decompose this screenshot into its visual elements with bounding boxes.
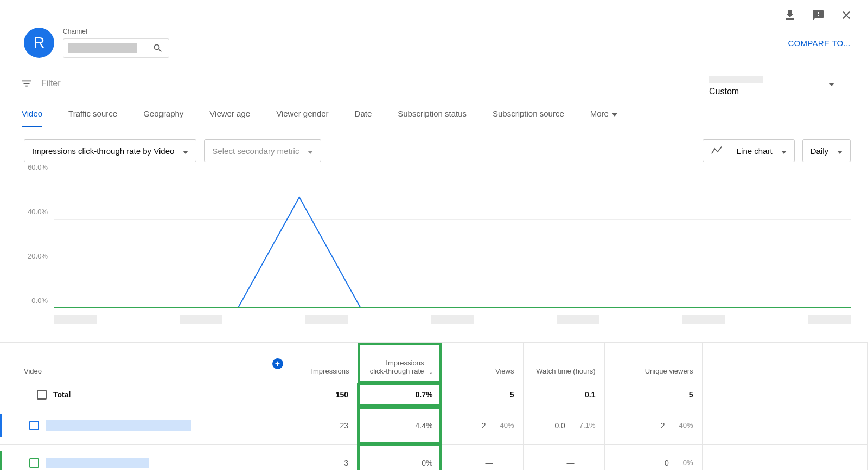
granularity-label: Daily [810, 146, 828, 156]
chevron-down-icon [183, 146, 188, 156]
x-tick-redacted [180, 315, 222, 324]
row-ctr: 4.4% [358, 407, 442, 444]
close-icon[interactable] [840, 9, 853, 23]
total-ctr: 0.7% [358, 383, 442, 407]
table-row-total[interactable]: Total 150 0.7% 5 0.1 5 [0, 383, 868, 407]
filter-input[interactable] [41, 79, 699, 88]
total-watch-time: 0.1 [523, 383, 604, 407]
channel-label: Channel [63, 28, 169, 35]
channel-name-redacted [68, 43, 137, 53]
search-icon[interactable] [152, 43, 163, 54]
chevron-down-icon [612, 109, 617, 118]
x-tick-redacted [808, 315, 851, 324]
col-video[interactable]: Video + [0, 343, 278, 383]
col-views[interactable]: Views [442, 343, 523, 383]
tab-viewer-age[interactable]: Viewer age [209, 100, 250, 127]
tab-subscription-status[interactable]: Subscription status [398, 100, 467, 127]
row-checkbox[interactable] [29, 421, 39, 430]
y-axis: 0.0% 20.0% 40.0% 60.0% [24, 175, 51, 308]
secondary-metric-label: Select secondary metric [212, 146, 299, 156]
total-views: 5 [442, 383, 523, 407]
secondary-metric-dropdown[interactable]: Select secondary metric [204, 139, 321, 162]
row-watch-time: 0.07.1% [523, 407, 604, 444]
metrics-table: Video + Impressions Impressions click-th… [0, 343, 868, 470]
channel-avatar[interactable]: R [24, 28, 54, 58]
download-icon[interactable] [783, 9, 796, 23]
dimension-tabs: Video Traffic source Geography Viewer ag… [0, 100, 868, 127]
total-label: Total [53, 390, 71, 399]
chevron-down-icon [829, 79, 843, 88]
row-unique: 240% [604, 407, 702, 444]
total-unique: 5 [604, 383, 702, 407]
y-tick: 20.0% [28, 252, 48, 260]
x-tick-redacted [431, 315, 474, 324]
feedback-icon[interactable] [812, 9, 825, 23]
tab-viewer-gender[interactable]: Viewer gender [276, 100, 328, 127]
tab-traffic-source[interactable]: Traffic source [68, 100, 117, 127]
row-unique: 00% [604, 444, 702, 470]
date-range-mode: Custom [709, 87, 851, 96]
plot-area [54, 175, 851, 308]
total-impressions: 150 [278, 383, 358, 407]
sort-desc-icon: ↓ [429, 367, 433, 375]
y-tick: 60.0% [28, 163, 48, 171]
row-ctr: 0% [358, 444, 442, 470]
x-tick-redacted [305, 315, 348, 324]
x-tick-redacted [557, 315, 599, 324]
chevron-down-icon [308, 146, 313, 156]
chart-type-dropdown[interactable]: Line chart [703, 139, 795, 162]
col-video-label: Video [24, 367, 42, 375]
video-title-redacted [46, 420, 191, 431]
tab-date[interactable]: Date [355, 100, 372, 127]
y-tick: 40.0% [28, 208, 48, 216]
video-title-redacted [46, 458, 149, 468]
row-checkbox[interactable] [29, 458, 39, 468]
chart-type-label: Line chart [737, 146, 773, 156]
checkbox-all[interactable] [37, 390, 47, 400]
filter-icon[interactable] [21, 78, 33, 89]
chevron-down-icon [781, 146, 787, 156]
primary-metric-label: Impressions click-through rate by Video [32, 146, 174, 156]
date-range-selector[interactable]: Custom [699, 67, 851, 100]
compare-to-button[interactable]: COMPARE TO... [788, 38, 851, 48]
table-row[interactable]: 3 0% —— —— 00% [0, 444, 868, 470]
x-tick-redacted [54, 315, 97, 324]
chevron-down-icon [837, 146, 843, 156]
row-views: 240% [442, 407, 523, 444]
line-chart[interactable]: 0.0% 20.0% 40.0% 60.0% [24, 175, 851, 327]
tab-more[interactable]: More [590, 100, 617, 127]
row-watch-time: —— [523, 444, 604, 470]
col-ctr-label: Impressions click-through rate [369, 359, 424, 375]
col-unique-viewers[interactable]: Unique viewers [604, 343, 702, 383]
row-views: —— [442, 444, 523, 470]
add-metric-button[interactable]: + [272, 358, 283, 369]
row-impressions: 3 [278, 444, 358, 470]
series-color-bar [0, 414, 2, 437]
channel-search[interactable] [63, 38, 169, 58]
line-chart-icon [711, 145, 723, 157]
granularity-dropdown[interactable]: Daily [802, 139, 851, 162]
tab-video[interactable]: Video [22, 100, 42, 127]
date-range-redacted [709, 76, 763, 83]
col-impressions[interactable]: Impressions [278, 343, 358, 383]
series-color-bar [0, 451, 2, 471]
table-row[interactable]: 23 4.4% 240% 0.07.1% 240% [0, 407, 868, 444]
y-tick: 0.0% [31, 297, 48, 305]
row-impressions: 23 [278, 407, 358, 444]
col-spacer [702, 343, 868, 383]
x-tick-redacted [682, 315, 725, 324]
x-axis [54, 315, 851, 327]
tab-subscription-source[interactable]: Subscription source [493, 100, 564, 127]
col-watch-time[interactable]: Watch time (hours) [523, 343, 604, 383]
primary-metric-dropdown[interactable]: Impressions click-through rate by Video [24, 139, 196, 162]
col-ctr[interactable]: Impressions click-through rate ↓ [358, 343, 442, 383]
tab-geography[interactable]: Geography [143, 100, 183, 127]
tab-more-label: More [590, 109, 609, 118]
